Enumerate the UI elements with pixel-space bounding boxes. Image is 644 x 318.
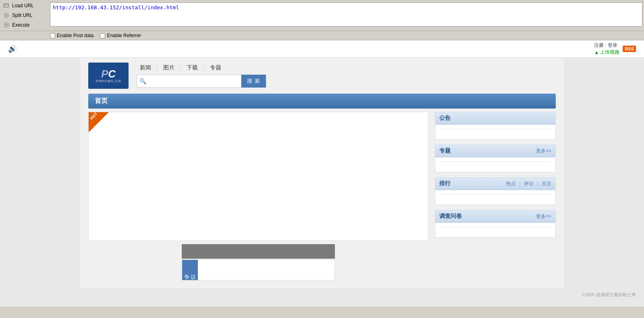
special-body (435, 157, 555, 172)
split-url-icon (3, 12, 10, 19)
nav-search: 新闻 ｜ 图片 ｜ 下载 ｜ 专题 🔍 搜 索 (137, 64, 556, 88)
dispute-box: 争议 (182, 259, 335, 280)
ranking-widget: 排行 热点 ｜ 评论 ｜ 关注 (435, 177, 556, 205)
upload-icon: ▲ (594, 50, 599, 55)
survey-title: 调查问卷 (439, 213, 462, 220)
execute-icon (3, 22, 10, 28)
dispute-label: 争议 (182, 260, 198, 280)
ranking-header: 排行 热点 ｜ 评论 ｜ 关注 (435, 178, 555, 190)
login-link[interactable]: 登录 (608, 42, 617, 48)
dispute-content (198, 260, 334, 280)
svg-rect-1 (4, 4, 8, 5)
announcement-widget: 公告 (435, 112, 556, 140)
survey-header: 调查问卷 更多>> (435, 210, 555, 223)
ranking-title: 排行 (439, 180, 451, 187)
split-url-label: Split URL (12, 13, 33, 18)
announcement-title: 公告 (439, 115, 451, 122)
survey-more[interactable]: 更多>> (536, 213, 551, 220)
announcement-divider (439, 129, 551, 129)
ranking-divider (439, 194, 551, 195)
content-main: HOT 争议 (88, 112, 428, 280)
announcement-body (435, 125, 555, 139)
search-icon: 🔍 (139, 78, 146, 84)
survey-divider (439, 227, 551, 227)
ranking-follow[interactable]: 关注 (542, 180, 551, 187)
page-title-bar: 首页 (88, 94, 556, 109)
gray-bar (182, 244, 335, 259)
announcement-header: 公告 (435, 112, 555, 125)
enable-post-label[interactable]: Enable Post data (50, 33, 93, 38)
nav-special[interactable]: 专题 (207, 64, 224, 71)
enable-referrer-label[interactable]: Enable Referrer (100, 33, 141, 38)
content-sidebar: 公告 专题 更多>> (435, 112, 556, 280)
ranking-hot[interactable]: 热点 (506, 180, 516, 187)
upload-link[interactable]: ▲ 上传视频 (594, 49, 619, 56)
survey-body (435, 223, 555, 237)
toolbar-actions: Load URL Split URL Execute (0, 1, 48, 30)
register-link[interactable]: 注册 (594, 42, 604, 48)
topbar-links: 注册 | 登录 ▲ 上传视频 (594, 42, 619, 56)
content-layout: HOT 争议 公告 (88, 112, 556, 280)
logo-subtitle: PHPCMS.CN (96, 79, 121, 83)
search-row: 🔍 搜 索 (137, 75, 556, 88)
special-header: 专题 更多>> (435, 145, 555, 157)
logo-letters: PC (101, 69, 116, 79)
search-box: 🔍 (137, 75, 241, 88)
search-button[interactable]: 搜 索 (241, 75, 266, 88)
nav-images[interactable]: 图片 (160, 64, 178, 71)
svg-rect-2 (4, 6, 7, 6)
url-input[interactable]: http://192.168.43.152/install/index.html (50, 2, 642, 27)
search-input[interactable] (148, 78, 239, 84)
special-more[interactable]: 更多>> (536, 148, 551, 155)
rss-badge[interactable]: RSS (623, 46, 636, 52)
watermark: CSDN @渴望力量的哈士奇 (0, 289, 644, 301)
svg-marker-7 (6, 24, 8, 26)
ranking-comment[interactable]: 评论 (524, 180, 534, 187)
nav-news[interactable]: 新闻 (137, 64, 154, 71)
page-topbar: 🔊 注册 | 登录 ▲ 上传视频 RSS (0, 40, 644, 58)
split-url-button[interactable]: Split URL (2, 11, 47, 19)
execute-label: Execute (12, 22, 29, 28)
load-url-icon (3, 2, 10, 9)
browser-content: 🔊 注册 | 登录 ▲ 上传视频 RSS PC PHPCMS.CN (0, 40, 644, 307)
survey-widget: 调查问卷 更多>> (435, 210, 556, 238)
special-divider (439, 161, 551, 162)
page-header: PC PHPCMS.CN 新闻 ｜ 图片 ｜ 下载 ｜ 专题 🔍 (88, 58, 556, 94)
site-logo: PC PHPCMS.CN (88, 63, 129, 89)
load-url-button[interactable]: Load URL (2, 2, 47, 10)
page-body: PC PHPCMS.CN 新闻 ｜ 图片 ｜ 下载 ｜ 专题 🔍 (80, 58, 564, 289)
special-widget: 专题 更多>> (435, 144, 556, 172)
nav-links: 新闻 ｜ 图片 ｜ 下载 ｜ 专题 (137, 64, 556, 71)
ranking-links: 热点 ｜ 评论 ｜ 关注 (506, 180, 551, 187)
load-url-label: Load URL (12, 3, 34, 8)
enable-referrer-checkbox[interactable] (100, 33, 105, 38)
enable-post-checkbox[interactable] (50, 33, 55, 38)
toolbar: Load URL Split URL Execute http:// (0, 0, 644, 31)
special-title: 专题 (439, 147, 451, 155)
url-area: http://192.168.43.152/install/index.html (48, 1, 644, 29)
checkboxes-row: Enable Post data Enable Referrer (0, 31, 644, 40)
execute-button[interactable]: Execute (2, 21, 47, 29)
main-image-area: HOT (88, 112, 428, 241)
ranking-body (435, 190, 555, 205)
audio-icon[interactable]: 🔊 (8, 44, 17, 53)
nav-download[interactable]: 下载 (183, 64, 201, 71)
